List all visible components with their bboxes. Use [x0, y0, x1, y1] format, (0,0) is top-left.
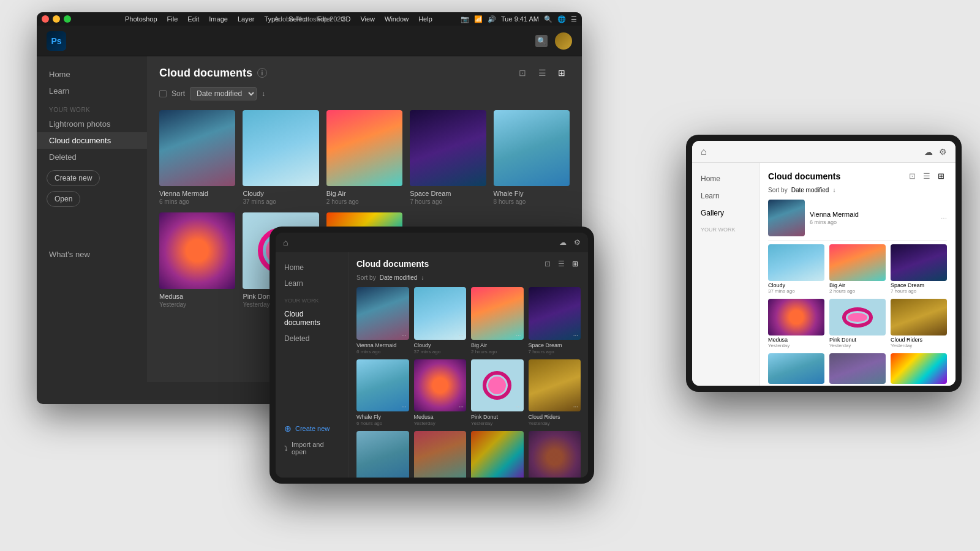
doc-spacedream[interactable]: Space Dream 7 hours ago	[410, 110, 486, 205]
ipadr-gallery[interactable]: Gallery	[692, 204, 759, 222]
ipadr-doc-bigair[interactable]: Big Air 2 hours ago	[829, 244, 886, 294]
ipad-doc-spacedream[interactable]: ··· Space Dream 7 hours ago	[529, 287, 581, 354]
settings-icon[interactable]: ⚙	[939, 147, 947, 157]
minimize-btn[interactable]	[53, 15, 60, 23]
settings-icon[interactable]: ⚙	[574, 238, 581, 247]
close-btn[interactable]	[42, 15, 49, 23]
home-icon[interactable]: ⌂	[701, 146, 707, 157]
ipad-doc-extra3[interactable]	[471, 431, 524, 478]
more-btn-medusa[interactable]: ···	[459, 403, 464, 410]
search-icon[interactable]: 🔍	[544, 15, 552, 23]
cloud-icon[interactable]: ☁	[924, 147, 933, 157]
sidebar-lightroom[interactable]: Lightroom photos	[37, 116, 147, 132]
sidebar-home[interactable]: Home	[37, 66, 147, 83]
ipad-doc-medusa[interactable]: ··· Medusa Yesterday	[414, 359, 467, 427]
ipadr-doc-medusa[interactable]: Medusa Yesterday	[768, 299, 824, 348]
ipad-sidebar-cloud-docs[interactable]: Cloud documents	[276, 306, 349, 331]
more-btn-vienna[interactable]: ···	[401, 332, 406, 339]
ipad-doc-bigair[interactable]: ··· Big Air 2 hours ago	[471, 287, 524, 354]
more-btn-bigair[interactable]: ···	[516, 332, 521, 339]
ipadr-more-btn[interactable]: ···	[941, 214, 947, 222]
ipadr-list-btn[interactable]: ☰	[921, 170, 933, 182]
sort-direction-icon[interactable]: ↓	[262, 89, 265, 98]
ipad-doc-pinkdonut[interactable]: ··· Pink Donut Yesterday	[471, 359, 524, 427]
more-btn-cloudriders[interactable]: ···	[573, 403, 578, 410]
more-btn-spacedream[interactable]: ···	[573, 332, 578, 339]
menu-window[interactable]: Window	[380, 15, 413, 23]
more-btn-donut[interactable]: ···	[516, 403, 521, 410]
sidebar-whats-new[interactable]: What's new	[37, 246, 147, 263]
user-avatar[interactable]	[555, 32, 572, 50]
doc-whalefly[interactable]: Whale Fly 8 hours ago	[494, 110, 570, 205]
more-btn-cloudy[interactable]: ···	[459, 332, 464, 339]
ipad-doc-extra1[interactable]	[356, 431, 409, 478]
doc-medusa[interactable]: Medusa Yesterday	[159, 212, 235, 307]
create-new-button[interactable]: Create new	[47, 170, 100, 186]
menu-extras-icon[interactable]: ☰	[571, 15, 577, 23]
ipadr-sort-arrow[interactable]: ↓	[832, 187, 835, 193]
ipadr-grid-btn[interactable]: ⊞	[935, 170, 947, 182]
menu-photoshop[interactable]: Photoshop	[120, 15, 162, 23]
sidebar-cloud-docs[interactable]: Cloud documents	[37, 132, 147, 149]
mac-toolbar: Ps 🔍	[37, 26, 582, 56]
home-icon[interactable]: ⌂	[283, 238, 293, 247]
view-share-btn[interactable]: ⊡	[514, 66, 530, 80]
ipad-doc-vienna[interactable]: ··· Vienna Mermaid 6 mins ago	[356, 287, 409, 354]
ipadr-doc-cloudriders[interactable]: Cloud Riders Yesterday	[891, 299, 947, 348]
sidebar-learn[interactable]: Learn	[37, 83, 147, 99]
ipad-main-title: Cloud documents	[356, 259, 429, 269]
more-btn-whalefly[interactable]: ···	[401, 403, 406, 410]
ipad-doc-extra2[interactable]	[414, 431, 467, 478]
search-icon[interactable]: 🔍	[535, 35, 548, 47]
ipadr-row-vienna[interactable]: Vienna Mermaid 6 mins ago ···	[768, 200, 947, 241]
ipad-doc-extra4[interactable]	[529, 431, 581, 478]
ipad-doc-whalefly[interactable]: ··· Whale Fly 6 hours ago	[356, 359, 409, 427]
ipad-sort-value[interactable]: Date modified	[380, 274, 418, 281]
doc-vienna-mermaid[interactable]: Vienna Mermaid 6 mins ago	[159, 110, 235, 205]
ipad-import-open-btn[interactable]: ⤵ Import and open	[276, 437, 349, 459]
sort-bar: Sort Date modified Name ↓	[159, 87, 570, 100]
sort-select[interactable]: Date modified Name	[190, 87, 257, 100]
menu-help[interactable]: Help	[413, 15, 437, 23]
info-icon[interactable]: i	[257, 68, 267, 78]
view-list-btn[interactable]: ☰	[534, 66, 550, 80]
ipad-sidebar-home[interactable]: Home	[276, 260, 349, 276]
ipad-doc-date-vienna: 6 mins ago	[356, 349, 409, 354]
doc-date-medusa: Yesterday	[159, 301, 235, 308]
cloud-icon[interactable]: ☁	[559, 238, 567, 247]
ipadr-doc-spacedream[interactable]: Space Dream 7 hours ago	[891, 244, 947, 294]
view-grid-btn[interactable]: ⊞	[554, 66, 570, 80]
menu-file[interactable]: File	[162, 15, 183, 23]
ipadr-sort-value[interactable]: Date modified	[791, 187, 829, 193]
ipadr-share-btn[interactable]: ⊡	[907, 170, 918, 182]
doc-bigair[interactable]: Big Air 2 hours ago	[326, 110, 402, 205]
ipadr-doc-donut[interactable]: Pink Donut Yesterday	[829, 299, 886, 348]
ipad-sort-arrow[interactable]: ↓	[421, 274, 424, 281]
menu-view[interactable]: View	[355, 15, 380, 23]
ipad-sidebar-deleted[interactable]: Deleted	[276, 331, 349, 347]
ipad-list-btn[interactable]: ☰	[556, 258, 567, 269]
maximize-btn[interactable]	[64, 15, 71, 23]
open-button[interactable]: Open	[47, 191, 80, 207]
ipad-share-btn[interactable]: ⊡	[542, 258, 553, 269]
ipad-grid-btn[interactable]: ⊞	[570, 258, 581, 269]
sort-checkbox[interactable]	[159, 90, 167, 97]
ipadr-doc-cloudy[interactable]: Cloudy 37 mins ago	[768, 244, 824, 294]
ipad-sidebar-learn[interactable]: Learn	[276, 276, 349, 291]
doc-cloudy[interactable]: Cloudy 37 mins ago	[243, 110, 318, 205]
menu-edit[interactable]: Edit	[183, 15, 204, 23]
doc-name-whalefly: Whale Fly	[494, 190, 570, 197]
ipadr-learn[interactable]: Learn	[692, 187, 759, 204]
menu-layer[interactable]: Layer	[233, 15, 260, 23]
doc-name-cloudy: Cloudy	[243, 190, 318, 197]
ipad-doc-name-vienna: Vienna Mermaid	[356, 342, 409, 348]
siri-icon[interactable]: 🌐	[557, 15, 566, 23]
menu-image[interactable]: Image	[204, 15, 233, 23]
ipad-doc-cloudy[interactable]: ··· Cloudy 37 mins ago	[414, 287, 467, 354]
ipad-doc-cloudriders[interactable]: ··· Cloud Riders Yesterday	[529, 359, 581, 427]
view-controls: ⊡ ☰ ⊞	[514, 66, 570, 80]
sidebar-deleted[interactable]: Deleted	[37, 149, 147, 165]
ipadr-home[interactable]: Home	[692, 170, 759, 187]
ipad-create-new-btn[interactable]: ⊕ Create new	[276, 420, 349, 437]
ipadr-view-controls: ⊡ ☰ ⊞	[907, 170, 947, 182]
